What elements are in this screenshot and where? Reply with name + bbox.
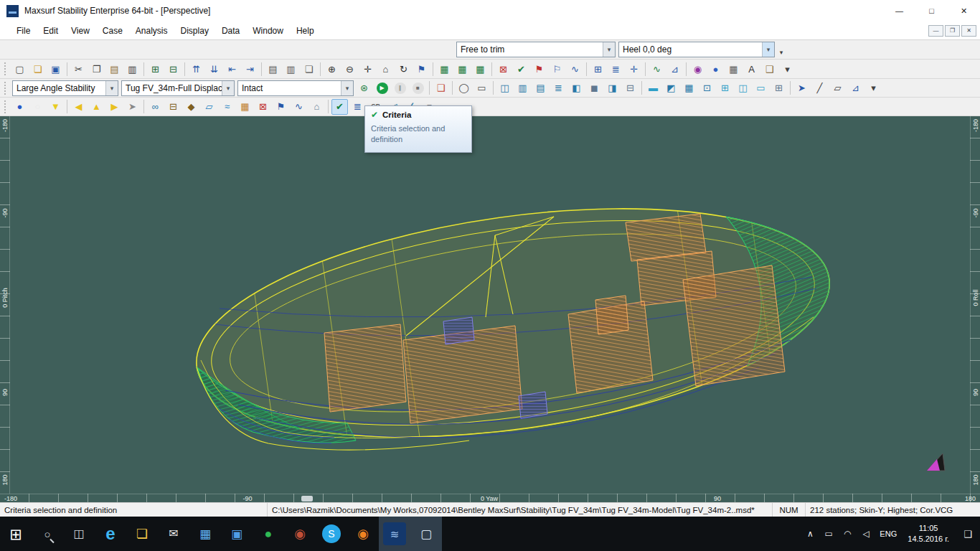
equilibrium-table-icon[interactable]: ▦ [472, 61, 489, 77]
curve-areas-icon[interactable]: ∿ [649, 61, 665, 77]
rotate-left-icon[interactable]: ◀ [70, 99, 87, 115]
shade-display-icon[interactable]: ◼ [586, 80, 603, 96]
cascade-windows-icon[interactable]: ❏ [301, 61, 317, 77]
polygon-tool-icon[interactable]: ▱ [829, 80, 846, 96]
waterplane-display-icon[interactable]: ▬ [645, 80, 661, 96]
sort-down-icon[interactable]: ⇊ [206, 61, 222, 77]
wetted-surface-icon[interactable]: ◨ [604, 80, 621, 96]
chevron-down-icon[interactable] [603, 42, 615, 57]
yaw-ruler[interactable]: -180 -90 0 Yaw 90 180 [0, 494, 980, 502]
orientation-indicator[interactable] [927, 453, 945, 471]
damage-case-icon[interactable]: ⊠ [255, 99, 271, 115]
analysis-toolbox-icon[interactable]: ❑ [433, 80, 449, 96]
menu-help[interactable]: Help [290, 23, 321, 39]
toolbar-overflow-icon[interactable]: ▾ [865, 80, 882, 96]
grid-settings-icon[interactable]: ▦ [725, 61, 742, 77]
heel-combo[interactable]: Heel 0,0 deg [618, 42, 775, 57]
render-wireframe-icon[interactable]: ○ [29, 99, 46, 115]
clock[interactable]: 11:05 14.5.2016 г. [901, 523, 956, 545]
load-group-icon[interactable]: ⊟ [165, 99, 182, 115]
zoom-extents-icon[interactable]: ⌂ [377, 61, 394, 77]
green-app-icon[interactable]: ● [253, 517, 284, 551]
link-icon[interactable]: ∞ [147, 99, 164, 115]
outline-display-icon[interactable]: ◫ [496, 80, 513, 96]
load-case-combo[interactable]: Tug FV_34m-Full Displacer [121, 80, 235, 96]
search-button[interactable]: ○ [32, 517, 63, 551]
stop-analysis-icon[interactable]: ■ [410, 80, 426, 96]
zoom-out-icon[interactable]: ⊖ [341, 61, 358, 77]
modulus-icon[interactable]: ⌂ [308, 99, 325, 115]
criteria-view-icon[interactable]: ⊛ [356, 80, 372, 96]
chevron-down-icon[interactable] [105, 81, 118, 95]
hydrostatics-table-icon[interactable]: ▦ [436, 61, 453, 77]
key-point-icon[interactable]: ⚐ [549, 61, 565, 77]
sort-up-icon[interactable]: ⇈ [188, 61, 204, 77]
margin-line-icon[interactable]: ∿ [567, 61, 583, 77]
colors-icon[interactable]: ◉ [689, 61, 706, 77]
font-icon[interactable]: A [743, 61, 760, 77]
print-icon[interactable]: ▥ [124, 61, 141, 77]
rotate-up-icon[interactable]: ▲ [88, 99, 105, 115]
chevron-down-icon[interactable] [222, 81, 234, 95]
notes-tool-icon[interactable]: ▭ [473, 80, 490, 96]
file-explorer-icon[interactable]: ❏ [126, 517, 158, 551]
buttocks-display-icon[interactable]: ▤ [532, 80, 549, 96]
paste-icon[interactable]: ▤ [106, 61, 123, 77]
toolbar-grip[interactable] [4, 62, 8, 75]
edge-icon[interactable]: e [95, 517, 126, 551]
line-tool-icon[interactable]: ╱ [811, 80, 828, 96]
menu-file[interactable]: File [10, 23, 37, 39]
battery-icon[interactable]: ▭ [819, 527, 838, 541]
criteria-check-icon[interactable]: ✔ [513, 61, 529, 77]
new-file-icon[interactable]: ▢ [11, 61, 28, 77]
rotate-right-icon[interactable]: ▶ [106, 99, 123, 115]
compartment-icon[interactable]: ▦ [237, 99, 253, 115]
store-icon[interactable]: ▦ [189, 517, 221, 551]
render-settings-icon[interactable]: ● [707, 61, 724, 77]
report-icon[interactable]: ❑ [761, 61, 778, 77]
pitch-ruler[interactable]: -180 -90 0 Pitch 90 180 [0, 116, 10, 494]
mail-icon[interactable]: ✉ [158, 517, 189, 551]
menu-case[interactable]: Case [96, 23, 129, 39]
key-point-list-icon[interactable]: ⚑ [273, 99, 289, 115]
perspective-viewport[interactable]: -180 -90 0 Pitch 90 180 -180 -90 0 Roll … [0, 116, 980, 502]
ellipse-tool-icon[interactable]: ◯ [456, 80, 472, 96]
render-perspective-icon[interactable]: ● [11, 99, 28, 115]
start-analysis-icon[interactable]: ▶ [374, 80, 390, 96]
table-display-icon[interactable]: ⊞ [771, 80, 787, 96]
fluid-icon[interactable]: ≈ [219, 99, 235, 115]
filter-icon[interactable]: ▼ [47, 99, 64, 115]
open-window-icon[interactable]: ▢ [410, 517, 442, 551]
shift-right-icon[interactable]: ⇥ [242, 61, 258, 77]
saved-view-icon[interactable]: ⚑ [413, 61, 430, 77]
skype-icon[interactable]: S [316, 517, 347, 551]
datum-display-icon[interactable]: ✛ [626, 61, 642, 77]
menu-analysis[interactable]: Analysis [129, 23, 174, 39]
menu-data[interactable]: Data [215, 23, 246, 39]
zoom-in-icon[interactable]: ⊕ [324, 61, 340, 77]
pan-icon[interactable]: ✛ [359, 61, 376, 77]
open-file-icon[interactable]: ❏ [29, 61, 46, 77]
tank-item-icon[interactable]: ▱ [201, 99, 217, 115]
analysis-error-icon[interactable]: ⊠ [495, 61, 512, 77]
yaw-scrollbar-thumb[interactable] [301, 496, 313, 501]
surface-display-icon[interactable]: ◧ [568, 80, 585, 96]
tile-vertical-icon[interactable]: ▥ [283, 61, 299, 77]
chevron-down-icon[interactable] [341, 81, 353, 95]
markers-display-icon[interactable]: ⊡ [699, 80, 715, 96]
close-button[interactable]: ✕ [948, 0, 980, 22]
menu-view[interactable]: View [65, 23, 96, 39]
tank-display-icon[interactable]: ⊞ [717, 80, 733, 96]
results-icon[interactable]: ≣ [349, 99, 366, 115]
cut-icon[interactable]: ✂ [70, 61, 87, 77]
condition-combo[interactable]: Intact [237, 80, 354, 96]
trimesh-display-icon[interactable]: ▦ [681, 80, 697, 96]
mdi-close-button[interactable]: ✕ [961, 25, 976, 37]
menu-display[interactable]: Display [174, 23, 215, 39]
mass-item-icon[interactable]: ◆ [183, 99, 199, 115]
minimize-button[interactable]: — [883, 0, 915, 22]
menu-edit[interactable]: Edit [37, 23, 65, 39]
maximize-button[interactable]: □ [915, 0, 948, 22]
section-display-icon[interactable]: ≣ [608, 61, 624, 77]
pause-analysis-icon[interactable]: ∥ [392, 80, 408, 96]
